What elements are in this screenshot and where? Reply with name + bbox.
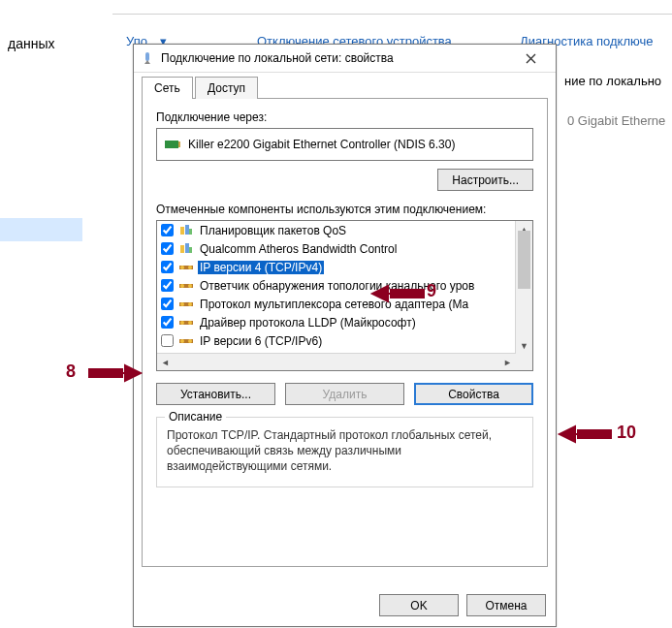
svg-point-20 <box>188 321 192 325</box>
component-item[interactable]: Драйвер протокола LLDP (Майкрософт) <box>157 313 516 331</box>
titlebar[interactable]: Подключение по локальной сети: свойства <box>134 45 556 73</box>
svg-point-14 <box>188 284 192 288</box>
annotation-arrow-10 <box>556 420 614 449</box>
uninstall-button[interactable]: Удалить <box>285 383 404 405</box>
connect-via-label: Подключение через: <box>156 110 533 124</box>
component-item[interactable]: Протокол мультиплексора сетевого адаптер… <box>157 295 516 313</box>
svg-point-22 <box>180 339 184 343</box>
svg-point-13 <box>180 284 184 288</box>
properties-dialog: Подключение по локальной сети: свойства … <box>133 44 557 627</box>
component-label: Драйвер протокола LLDP (Майкрософт) <box>198 316 418 330</box>
ok-button[interactable]: OK <box>379 594 459 616</box>
component-icon <box>178 333 194 349</box>
svg-rect-4 <box>185 225 189 235</box>
adapter-name: Killer e2200 Gigabit Ethernet Controller… <box>188 138 455 151</box>
close-button[interactable] <box>511 45 550 72</box>
component-item[interactable]: Qualcomm Atheros Bandwidth Control <box>157 239 516 258</box>
dialog-title: Подключение по локальной сети: свойства <box>161 51 511 65</box>
scroll-down-arrow-icon[interactable]: ▼ <box>516 337 532 354</box>
install-button[interactable]: Установить... <box>156 383 275 405</box>
component-item[interactable]: Ответчик обнаружения топологии канальног… <box>157 276 516 295</box>
configure-row: Настроить... <box>156 169 533 191</box>
component-icon <box>178 297 194 312</box>
bg-selection-bar <box>0 218 82 241</box>
component-icon <box>178 278 194 294</box>
bg-top-border <box>112 14 672 15</box>
adapter-box[interactable]: Killer e2200 Gigabit Ethernet Controller… <box>156 128 533 161</box>
cancel-button[interactable]: Отмена <box>466 594 546 616</box>
scroll-left-arrow-icon[interactable]: ◄ <box>157 354 174 370</box>
description-text: Протокол TCP/IP. Стандартный протокол гл… <box>167 427 523 475</box>
tab-strip: Сеть Доступ <box>142 76 548 99</box>
svg-rect-2 <box>178 141 180 147</box>
components-listbox[interactable]: Планировщик пакетов QoSQualcomm Atheros … <box>156 220 533 371</box>
scroll-corner <box>516 354 532 370</box>
svg-rect-3 <box>180 227 184 235</box>
component-label: IP версии 6 (TCP/IPv6) <box>198 334 324 348</box>
svg-rect-8 <box>189 247 192 253</box>
close-icon <box>526 53 536 64</box>
svg-rect-0 <box>145 52 149 61</box>
bg-left-text: данных <box>8 36 54 51</box>
bg-side-text2: 0 Gigabit Etherne <box>567 113 665 128</box>
component-checkbox[interactable] <box>161 224 174 236</box>
component-label: Протокол мультиплексора сетевого адаптер… <box>198 298 470 311</box>
component-checkbox[interactable] <box>161 298 174 310</box>
network-connection-icon <box>140 50 155 66</box>
tab-network[interactable]: Сеть <box>142 77 193 99</box>
bg-side-text1: ние по локально <box>564 74 661 88</box>
svg-rect-7 <box>185 243 189 253</box>
component-item[interactable]: IP версии 6 (TCP/IPv6) <box>157 331 516 350</box>
tab-access[interactable]: Доступ <box>195 77 258 99</box>
vertical-scroll-thumb[interactable] <box>518 231 530 289</box>
annotation-label-10: 10 <box>617 423 636 443</box>
component-icon <box>178 315 194 330</box>
tab-panel-network: Подключение через: Killer e2200 Gigabit … <box>142 99 548 567</box>
component-icon <box>178 223 194 238</box>
component-checkbox[interactable] <box>161 242 174 255</box>
svg-point-11 <box>188 266 192 269</box>
component-label: Qualcomm Atheros Bandwidth Control <box>198 242 399 256</box>
svg-rect-24 <box>88 368 123 378</box>
annotation-label-8: 8 <box>66 361 76 382</box>
components-label: Отмеченные компоненты используются этим … <box>156 203 533 216</box>
bg-top-strip <box>112 0 672 14</box>
component-label: IP версии 4 (TCP/IPv4) <box>198 261 324 274</box>
svg-point-19 <box>180 321 184 325</box>
component-icon <box>178 260 194 275</box>
svg-rect-5 <box>189 229 192 235</box>
svg-point-10 <box>180 266 184 269</box>
component-item[interactable]: IP версии 4 (TCP/IPv4) <box>157 258 516 276</box>
component-checkbox[interactable] <box>161 261 174 273</box>
svg-rect-1 <box>165 141 178 148</box>
component-button-row: Установить... Удалить Свойства <box>156 383 533 405</box>
component-label: Планировщик пакетов QoS <box>198 224 348 237</box>
description-title: Описание <box>165 410 226 424</box>
scroll-right-arrow-icon[interactable]: ► <box>499 354 516 370</box>
list-inner: Планировщик пакетов QoSQualcomm Atheros … <box>157 221 516 354</box>
dialog-content: Сеть Доступ Подключение через: Killer e2… <box>142 76 548 581</box>
svg-rect-6 <box>180 245 184 253</box>
svg-point-17 <box>188 302 192 306</box>
component-label: Ответчик обнаружения топологии канальног… <box>198 279 476 293</box>
horizontal-scrollbar[interactable]: ◄ ► <box>157 353 516 370</box>
configure-button[interactable]: Настроить... <box>437 169 533 191</box>
component-icon <box>178 241 194 257</box>
svg-point-23 <box>188 339 192 343</box>
description-group: Описание Протокол TCP/IP. Стандартный пр… <box>156 417 533 487</box>
vertical-scrollbar[interactable]: ▲ ▼ <box>515 221 532 354</box>
svg-rect-26 <box>577 429 612 439</box>
component-item[interactable]: Планировщик пакетов QoS <box>157 221 516 239</box>
component-checkbox[interactable] <box>161 316 174 329</box>
dialog-button-row: OK Отмена <box>379 594 546 616</box>
nic-icon <box>165 139 180 150</box>
properties-button[interactable]: Свойства <box>414 383 533 405</box>
component-checkbox[interactable] <box>161 334 174 347</box>
component-checkbox[interactable] <box>161 279 174 292</box>
svg-point-16 <box>180 302 184 306</box>
